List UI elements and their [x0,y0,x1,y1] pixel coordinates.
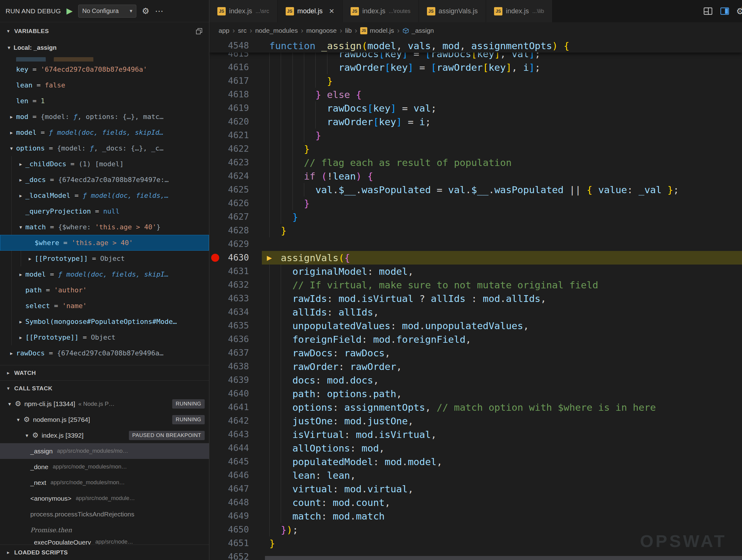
variable-row[interactable]: ▸Symbol(mongoose#PopulateOptions#Mode… [0,314,209,329]
code-line[interactable]: 4636foreignField: mod.foreignField, [209,333,742,346]
chevron-right-icon[interactable]: ▸ [7,114,16,120]
variable-row[interactable]: ▸mod = {model: ƒ, options: {…}, matc… [0,109,209,124]
breadcrumb-item[interactable]: app [219,27,229,34]
code-line[interactable]: 4646lean: lean, [209,468,742,482]
loaded-scripts-header[interactable]: ▸ LOADED SCRIPTS [0,545,209,560]
stack-frame-row[interactable]: <anonymous>app/src/node_module… [0,491,209,506]
settings-gear-icon[interactable]: ⚙ [142,6,149,16]
tab-index-js[interactable]: JSindex.js...\routes [342,0,419,22]
stack-frame-row[interactable]: process.processTicksAndRejections [0,506,209,522]
code-line[interactable]: 4637rawDocs: rawDocs, [209,346,742,360]
split-editor-icon[interactable] [720,6,730,16]
watch-section-header[interactable]: ▸ WATCH [0,365,209,381]
chevron-down-icon[interactable]: ▾ [7,145,16,152]
close-icon[interactable]: × [329,7,334,15]
variable-row[interactable]: ▸[[Prototype]] = Object [0,329,209,345]
chevron-right-icon[interactable]: ▸ [25,256,35,262]
code-line[interactable]: 4619rawDocs[key] = val; [209,101,742,115]
code-line[interactable]: 4631originalModel: model, [209,265,742,278]
variable-row[interactable]: ▸rawDocs = {674ecd297c0a708b87e9496a… [0,345,209,361]
code-line[interactable]: 4638rawOrder: rawOrder, [209,360,742,373]
code-line[interactable]: 4640path: options.path, [209,387,742,400]
variable-row[interactable]: ▾match = {$where: 'this.age > 40'} [0,219,209,235]
customize-layout-icon[interactable] [703,6,713,16]
code-line[interactable]: 4629 [209,237,742,251]
code-line[interactable]: 4647virtual: mod.virtual, [209,482,742,496]
chevron-right-icon[interactable]: ▸ [7,350,16,356]
variable-row[interactable]: len = 1 [0,93,209,109]
code-line[interactable]: 4648count: mod.count, [209,496,742,509]
debug-session-row[interactable]: ▾⚙npm-cli.js [13344]« Node.js P…RUNNING [0,396,209,412]
views-panel-icon[interactable] [195,27,203,35]
variable-row[interactable]: lean = false [0,77,209,93]
breadcrumb-item[interactable]: src [238,27,247,34]
variable-row[interactable]: ▸model = ƒ model(doc, fields, skipI… [0,266,209,282]
start-debug-icon[interactable]: ▶ [66,6,73,16]
chevron-right-icon[interactable]: ▸ [16,161,25,167]
variable-row[interactable]: $where = 'this.age > 40' [0,235,209,250]
variable-row[interactable]: ▾options = {model: ƒ, _docs: {…}, _c… [0,140,209,156]
chevron-right-icon[interactable]: ▸ [16,271,25,278]
variables-section-header[interactable]: ▾ VARIABLES [0,22,209,40]
variable-row[interactable]: ▸_childDocs = (1) [model] [0,156,209,172]
variable-row[interactable]: ▸_docs = {674ecd2a7c0a708b87e9497e:… [0,172,209,187]
stack-frame-row[interactable]: _doneapp/src/node_modules/mon… [0,459,209,475]
horizontal-scrollbar[interactable] [265,556,742,560]
variable-row[interactable]: ▸model = ƒ model(doc, fields, skipId… [0,124,209,140]
breadcrumb-item[interactable]: _assign [403,27,434,34]
settings-gear-icon[interactable]: ⚙ [736,6,742,16]
breakpoint-icon[interactable] [211,254,219,262]
code-line[interactable]: 4649match: mod.match [209,509,742,523]
code-line[interactable]: 4643isVirtual: mod.isVirtual, [209,428,742,441]
tab-index-js[interactable]: JSindex.js...\lib [486,0,552,22]
callstack-section-header[interactable]: ▾ CALL STACK [0,381,209,396]
code-line[interactable]: 4634allIds: allIds, [209,305,742,319]
breadcrumb-item[interactable]: JSmodel.js [360,27,394,34]
variable-row[interactable]: key = '674ecd297c0a708b87e9496a' [0,61,209,77]
chevron-right-icon[interactable]: ▸ [16,177,25,183]
chevron-right-icon[interactable]: ▸ [7,129,16,136]
code-line[interactable]: 4621} [209,128,742,142]
code-line[interactable]: 4625val.$__.wasPopulated = val.$__.wasPo… [209,183,742,197]
code-line[interactable]: 4620rawOrder[key] = i; [209,115,742,128]
debug-session-row[interactable]: ▾⚙index.js [3392]PAUSED ON BREAKPOINT [0,428,209,443]
code-line[interactable]: 4635unpopulatedValues: mod.unpopulatedVa… [209,319,742,333]
code-line[interactable]: 4644allOptions: mod, [209,441,742,455]
code-line[interactable]: 4639docs: mod.docs, [209,373,742,387]
debug-session-row[interactable]: ▾⚙nodemon.js [25764]RUNNING [0,412,209,428]
tab-model-js[interactable]: JSmodel.js× [278,0,342,22]
code-line[interactable]: 4548function _assign(model, vals, mod, a… [209,39,742,53]
breadcrumb-item[interactable]: node_modules [255,27,298,34]
more-actions-icon[interactable]: ⋯ [155,6,164,16]
sticky-scroll-line[interactable]: 4548function _assign(model, vals, mod, a… [209,39,742,53]
tab-assignVals-js[interactable]: JSassignVals.js [419,0,486,22]
stack-frame-row[interactable]: _assignapp/src/node_modules/mo… [0,443,209,459]
code-line[interactable]: 4628} [209,224,742,237]
chevron-down-icon[interactable]: ▾ [14,416,23,423]
code-line[interactable]: 4618} else { [209,88,742,101]
code-line[interactable]: 4632// If virtual, make sure to not muta… [209,278,742,292]
chevron-right-icon[interactable]: ▸ [16,319,25,325]
code-line[interactable]: 4630assignVals({▶ [209,251,742,265]
tab-index-js[interactable]: JSindex.js...\src [209,0,278,22]
variable-row[interactable]: _queryProjection = null [0,203,209,219]
stack-frame-row[interactable]: Promise.then [0,522,209,538]
chevron-right-icon[interactable]: ▸ [16,334,25,341]
code-line[interactable]: 4627} [209,210,742,224]
chevron-down-icon[interactable]: ▾ [5,401,14,407]
stack-frame-row[interactable]: _nextapp/src/node_modules/mon… [0,475,209,491]
variable-row[interactable]: ▸[[Prototype]] = Object [0,250,209,266]
variable-row[interactable]: path = 'author' [0,282,209,298]
code-line[interactable]: 4645populatedModel: mod.model, [209,455,742,468]
code-line[interactable]: 4626} [209,197,742,210]
debug-config-dropdown[interactable]: No Configura ▾ [78,5,136,18]
code-line[interactable]: 4616rawOrder[key] = [rawOrder[key], i]; [209,61,742,74]
code-line[interactable]: 4641options: assignmentOpts, // match op… [209,400,742,414]
code-line[interactable]: 4642justOne: mod.justOne, [209,414,742,428]
variables-scope-row[interactable]: ▾ Local: _assign [0,40,209,55]
variable-row[interactable]: select = 'name' [0,298,209,314]
chevron-down-icon[interactable]: ▾ [22,432,32,439]
code-line[interactable]: 4617} [209,74,742,88]
breadcrumb-item[interactable]: mongoose [306,27,337,34]
chevron-right-icon[interactable]: ▸ [16,192,25,199]
